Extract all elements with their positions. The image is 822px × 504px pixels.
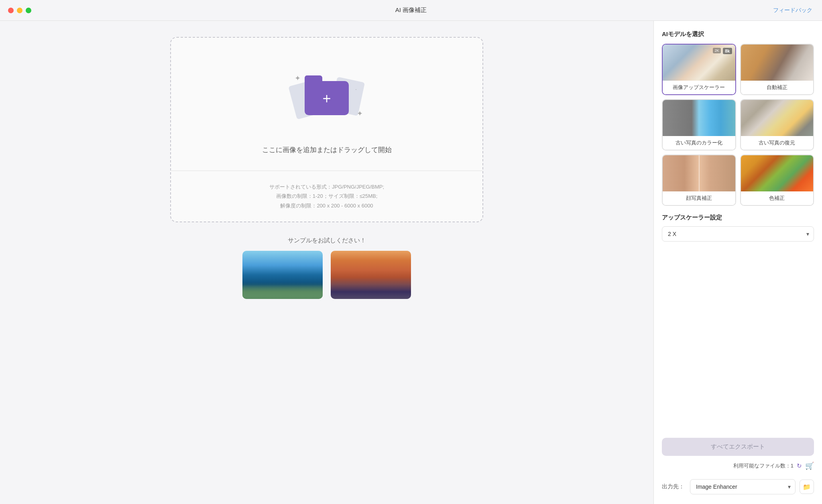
close-button[interactable] [8,8,14,13]
folder-body: + [305,81,349,115]
left-panel: ✦ ✦ · + ここに画像を追加またはドラッグして開始 サポートされている形式：… [0,21,653,504]
sample-mountain[interactable] [331,251,411,299]
drop-label: ここに画像を追加またはドラッグして開始 [262,145,392,154]
model-image-auto-correct [741,45,814,81]
model-card-colorize[interactable]: 古い写真のカラー化 [662,99,736,150]
export-button[interactable]: すべてエクスポート [662,438,814,456]
model-label-color-correct: 色補正 [741,191,814,205]
model-grid: 画像アップスケーラー 自動補正 古い写真のカラー化 古い写真の復元 顔写真補正 [662,44,814,206]
output-label: 出力先： [662,483,686,490]
model-card-restore[interactable]: 古い写真の復元 [740,99,814,150]
drop-zone-top: ✦ ✦ · + ここに画像を追加またはドラッグして開始 [171,38,482,171]
feedback-link[interactable]: フィードバック [773,7,812,14]
app-title: AI 画像補正 [395,6,427,14]
samples-row [242,251,411,299]
window-controls [8,8,31,13]
model-card-face[interactable]: 顔写真補正 [662,154,736,206]
folder-open-icon: 📁 [803,483,811,491]
folder-area: ✦ ✦ · + [287,62,367,134]
folder-tab [305,75,322,82]
sample-ocean[interactable] [242,251,323,299]
output-select[interactable]: Image Enhancer Desktop Downloads [690,479,796,494]
model-image-colorize [663,100,735,136]
model-card-auto-correct[interactable]: 自動補正 [740,44,814,95]
scale-select[interactable]: 2 X 4 X 8 X [662,226,814,242]
samples-section: サンプルをお試しください！ [242,237,411,299]
drop-info-line2: 画像数の制限：1-20；サイズ制限：≤25MB; [187,191,466,201]
model-label-colorize: 古い写真のカラー化 [663,136,735,150]
model-label-auto-correct: 自動補正 [741,81,814,94]
output-row: 出力先： Image Enhancer Desktop Downloads ▾ … [662,479,814,494]
drop-info-line3: 解像度の制限：200 x 200 - 6000 x 6000 [187,201,466,210]
ai-model-section-title: AIモデルを選択 [662,30,814,38]
sparkle-icon-3: · [355,86,357,92]
main-layout: ✦ ✦ · + ここに画像を追加またはドラッグして開始 サポートされている形式：… [0,21,822,504]
model-card-upscaler[interactable]: 画像アップスケーラー [662,44,736,95]
file-count-row: 利用可能なファイル数：1 ↻ 🛒 [662,461,814,470]
samples-title: サンプルをお試しください！ [288,237,366,244]
model-image-face [663,155,735,191]
drop-zone[interactable]: ✦ ✦ · + ここに画像を追加またはドラッグして開始 サポートされている形式：… [170,37,483,222]
sparkle-icon-2: ✦ [357,109,363,118]
plus-icon: + [322,91,331,106]
model-image-upscaler [663,45,735,81]
file-count-text: 利用可能なファイル数：1 [733,462,794,469]
model-label-restore: 古い写真の復元 [741,136,814,150]
model-image-restore [741,100,814,136]
right-panel: AIモデルを選択 画像アップスケーラー 自動補正 古い写真のカラー化 古い写真の… [653,21,822,504]
model-label-upscaler: 画像アップスケーラー [663,81,735,94]
drop-info-line1: サポートされている形式：JPG/PNG/JPEG/BMP; [187,182,466,191]
open-folder-button[interactable]: 📁 [800,480,814,494]
model-card-color-correct[interactable]: 色補正 [740,154,814,206]
drop-zone-info: サポートされている形式：JPG/PNG/JPEG/BMP; 画像数の制限：1-2… [171,171,482,222]
sparkle-icon-1: ✦ [295,74,301,83]
scale-select-wrapper: 2 X 4 X 8 X ▾ [662,226,814,242]
cart-icon[interactable]: 🛒 [805,461,814,470]
add-folder-icon: + [305,81,349,115]
model-image-color-correct [741,155,814,191]
titlebar: AI 画像補正 フィードバック [0,0,822,21]
settings-section-title: アップスケーラー設定 [662,214,814,222]
model-label-face: 顔写真補正 [663,191,735,205]
minimize-button[interactable] [17,8,22,13]
refresh-icon[interactable]: ↻ [797,462,802,469]
output-select-wrapper: Image Enhancer Desktop Downloads ▾ [690,479,796,494]
maximize-button[interactable] [26,8,31,13]
